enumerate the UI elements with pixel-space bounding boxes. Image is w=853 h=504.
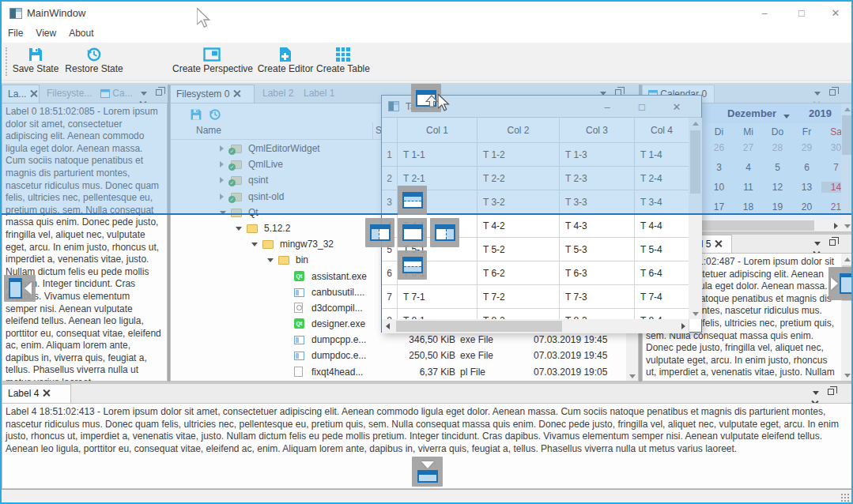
float-icon[interactable] (825, 387, 839, 399)
table-cell[interactable]: T 1-3 (560, 143, 635, 167)
calendar-day[interactable]: 6 (792, 162, 821, 173)
drop-indicator-center-tab[interactable] (398, 218, 427, 247)
table-cell[interactable]: T 5-4 (635, 238, 689, 261)
close-button[interactable]: ✕ (824, 5, 847, 22)
create-perspective-button[interactable]: Create Perspective (172, 45, 251, 78)
calendar-vscrollbar[interactable] (841, 103, 853, 231)
calendar-day[interactable]: 4 (734, 162, 763, 173)
calendar-month[interactable]: Dezember (727, 107, 776, 119)
floating-table-window[interactable]: Table 0 – □ ✕ Col 1Col 2Col 3Col 41T 1-1… (381, 95, 702, 333)
close-button[interactable]: ✕ (666, 99, 687, 116)
calendar-day[interactable]: 29 (792, 142, 821, 153)
float-icon[interactable] (153, 88, 167, 100)
minimize-button[interactable]: – (597, 99, 617, 116)
maximize-button[interactable]: □ (790, 5, 813, 22)
chevron-down-icon[interactable] (220, 211, 226, 215)
table-cell[interactable]: T 1-2 (477, 143, 560, 167)
minimize-button[interactable]: – (753, 5, 776, 22)
row-number[interactable]: 7 (382, 285, 398, 309)
scroll-down-icon[interactable] (841, 220, 853, 231)
row-number[interactable]: 1 (382, 143, 398, 167)
drop-indicator-split-left[interactable] (365, 218, 394, 247)
table-cell[interactable]: T 2-2 (477, 167, 560, 190)
panel-menu-icon[interactable] (138, 88, 151, 100)
scroll-right-icon[interactable] (677, 319, 689, 333)
table-cell[interactable]: T 7-4 (635, 285, 689, 309)
row-number[interactable]: 3 (382, 190, 398, 214)
tab-filesystem0[interactable]: Filesystem 0 (170, 85, 255, 103)
close-icon[interactable] (233, 90, 240, 97)
panel-menu-icon[interactable] (811, 238, 825, 250)
menu-about[interactable]: About (62, 25, 100, 41)
calendar-day[interactable]: 28 (763, 142, 792, 153)
scroll-right-icon[interactable] (830, 220, 841, 231)
drop-indicator-split-top[interactable] (398, 186, 427, 215)
close-icon[interactable] (715, 240, 722, 247)
float-icon[interactable] (827, 88, 840, 100)
tab-label0[interactable]: La... (2, 85, 40, 103)
table-cell[interactable]: T 1-4 (635, 143, 689, 167)
tab-calendar1[interactable]: Ca... (95, 85, 136, 103)
scrollbar-thumb[interactable] (842, 115, 853, 155)
table-corner[interactable] (382, 118, 398, 143)
table-cell[interactable]: T 7-2 (477, 285, 560, 309)
drop-indicator-split-right[interactable] (430, 218, 459, 247)
table-cell[interactable]: T 1-1 (398, 143, 477, 167)
table-vscrollbar[interactable] (689, 118, 702, 319)
tab-label2[interactable]: Label 2 (257, 85, 296, 103)
scroll-up-icon[interactable] (689, 118, 702, 129)
drop-indicator-edge-bottom[interactable] (412, 457, 443, 487)
calendar-day[interactable]: 12 (763, 182, 792, 193)
drop-indicator-edge-top[interactable] (411, 84, 441, 112)
tree-row[interactable]: fixqt4head...6,37 KiBpl File07.03.2019 1… (171, 364, 638, 380)
chevron-right-icon[interactable] (220, 194, 224, 200)
create-table-button[interactable]: Create Table (316, 45, 370, 78)
table-cell[interactable]: T 2-4 (635, 167, 689, 190)
panel-menu-icon[interactable] (811, 88, 825, 100)
row-number[interactable]: 6 (382, 261, 398, 285)
table-hscrollbar[interactable] (382, 319, 689, 333)
calendar-year[interactable]: 2019 (809, 107, 832, 119)
save-icon[interactable] (190, 108, 202, 121)
table-cell[interactable]: T 4-2 (477, 214, 560, 238)
table-cell[interactable]: T 2-3 (560, 167, 635, 190)
tree-row[interactable]: dumpcpp.e...346,50 KiBexe File07.03.2019… (171, 332, 638, 348)
restore-icon[interactable] (209, 108, 221, 121)
calendar-day[interactable]: 5 (763, 162, 792, 173)
table-cell[interactable]: T 4-4 (635, 214, 689, 238)
maximize-button[interactable]: □ (632, 99, 652, 116)
scroll-up-icon[interactable] (841, 103, 853, 115)
chevron-right-icon[interactable] (220, 177, 224, 183)
table-cell[interactable]: T 5-3 (560, 238, 635, 261)
table-cell[interactable]: T 4-3 (560, 214, 635, 238)
tab-label4[interactable]: Label 4 (2, 384, 71, 403)
calendar-day[interactable]: 17 (704, 201, 734, 213)
tab-label1[interactable]: Label 1 (298, 85, 338, 103)
table-cell[interactable]: T 3-3 (560, 190, 635, 214)
column-divider[interactable] (372, 122, 373, 140)
calendar-day[interactable]: 13 (792, 182, 821, 193)
calendar-day[interactable]: 19 (763, 201, 792, 213)
chevron-down-icon[interactable] (251, 243, 258, 246)
title-bar[interactable]: MainWindow – □ ✕ (2, 2, 851, 25)
restore-state-button[interactable]: Restore State (65, 45, 123, 78)
column-header[interactable]: Col 2 (477, 118, 560, 143)
calendar-day[interactable]: 11 (734, 182, 763, 193)
save-state-button[interactable]: Save State (11, 45, 60, 78)
tree-row[interactable]: dumpdoc.e...250,50 KiBexe File07.03.2019… (171, 348, 638, 363)
calendar-day[interactable]: 10 (704, 182, 734, 193)
menu-file[interactable]: File (2, 25, 29, 41)
float-icon[interactable] (827, 238, 840, 250)
menu-view[interactable]: View (29, 25, 62, 41)
scrollbar-thumb[interactable] (690, 130, 700, 194)
drop-indicator-edge-right[interactable] (828, 267, 853, 300)
close-icon[interactable] (30, 90, 37, 97)
scroll-down-icon[interactable] (841, 370, 853, 381)
calendar-day[interactable]: 20 (792, 201, 821, 213)
drop-indicator-split-bottom[interactable] (398, 250, 427, 280)
table-cell[interactable]: T 5-2 (477, 238, 560, 261)
scroll-up-icon[interactable] (841, 254, 853, 265)
close-icon[interactable] (43, 389, 50, 397)
table-cell[interactable]: T 3-4 (635, 190, 689, 214)
table-cell[interactable]: T 7-1 (398, 285, 477, 309)
